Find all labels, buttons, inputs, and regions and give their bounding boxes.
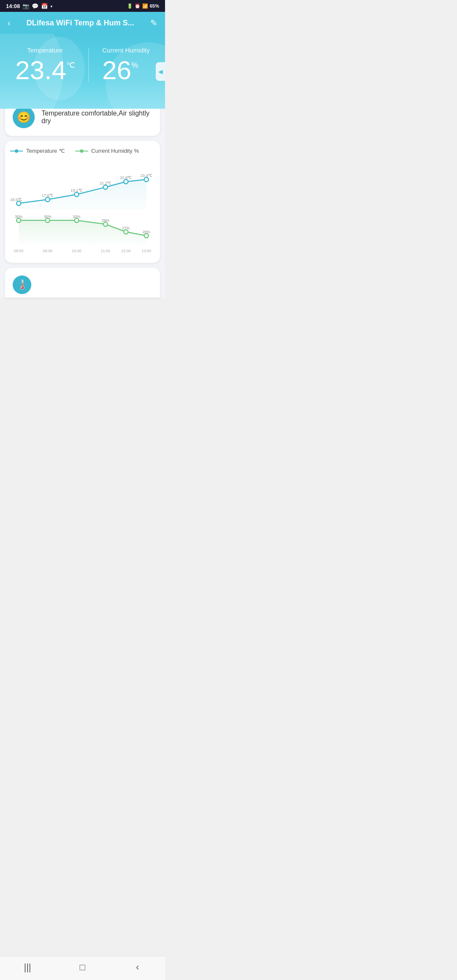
hum-point-0 (17, 218, 21, 223)
hum-point-3 (103, 222, 107, 226)
readings-divider (88, 48, 89, 82)
hum-point-1 (45, 218, 50, 223)
hum-point-5 (144, 234, 149, 238)
hum-point-4 (124, 230, 128, 234)
temperature-block: Temperature 23.4 ℃ (15, 47, 75, 83)
side-panel-button[interactable]: ◀ (156, 62, 165, 81)
chart-legend: Temperature ℃ Current Humidity % (10, 148, 155, 154)
hum-legend-line (75, 151, 88, 151)
temperature-unit: ℃ (66, 61, 75, 69)
temp-legend-label: Temperature ℃ (26, 148, 65, 154)
chart-container: 16.5℃ 17.6℃ 19.1℃ 21.2℃ 22.8℃ 23.4℃ (10, 161, 155, 256)
temperature-label: Temperature (15, 47, 75, 54)
hum-label-3: 29% (102, 218, 109, 223)
status-left: 14:08 📷 💬 📅 • (6, 3, 52, 9)
readings-container: Temperature 23.4 ℃ Current Humidity 26 % (8, 47, 157, 83)
app-header: ‹ DLifesa WiFi Temp & Hum S... ✎ (0, 12, 165, 34)
legend-humidity: Current Humidity % (75, 148, 139, 154)
time-label-1: 09:00 (43, 249, 52, 253)
temp-point-2 (74, 192, 79, 196)
line-chart: 16.5℃ 17.6℃ 19.1℃ 21.2℃ 22.8℃ 23.4℃ (10, 161, 155, 254)
temp-legend-line (10, 151, 23, 151)
chart-card: Temperature ℃ Current Humidity % (5, 141, 160, 263)
temperature-number: 23.4 (15, 57, 66, 83)
time-label-0: 08:00 (14, 249, 24, 253)
temperature-value-display: 23.4 ℃ (15, 57, 75, 83)
alarm-icon: ⏰ (135, 3, 140, 9)
humidity-value-display: 26 % (102, 57, 150, 83)
battery-icon: 🔋 (127, 3, 133, 9)
temp-label-0: 16.5℃ (10, 198, 22, 202)
hum-legend-dot (80, 149, 83, 153)
hum-point-2 (74, 218, 79, 223)
time-label-3: 11:00 (101, 249, 110, 253)
hero-section: Temperature 23.4 ℃ Current Humidity 26 %… (0, 34, 165, 109)
header-title: DLifesa WiFi Temp & Hum S... (27, 19, 135, 28)
legend-temperature: Temperature ℃ (10, 148, 65, 154)
camera-icon: 📷 (22, 3, 29, 9)
temp-label-5: 23.4℃ (140, 173, 152, 178)
time: 14:08 (6, 3, 20, 9)
temp-legend-dot (15, 149, 18, 153)
cards-area: 😊 Temperature comfortable,Air slightly d… (0, 99, 165, 297)
hum-label-1: 30% (44, 215, 51, 219)
time-label-2: 10:00 (72, 249, 82, 253)
hum-legend-label: Current Humidity % (91, 148, 139, 154)
humidity-unit: % (131, 61, 138, 69)
calendar-icon: 📅 (41, 3, 48, 9)
bottom-card-peek: 🌡️ (5, 268, 160, 297)
time-label-4: 12:00 (121, 249, 131, 253)
status-bar: 14:08 📷 💬 📅 • 🔋 ⏰ 📶 65% (0, 0, 165, 12)
temp-label-2: 19.1℃ (71, 188, 83, 193)
status-right: 🔋 ⏰ 📶 65% (127, 3, 159, 9)
temp-label-4: 22.8℃ (120, 176, 132, 180)
hum-label-2: 30% (73, 215, 80, 219)
temp-area (19, 179, 146, 209)
temp-point-0 (17, 201, 21, 206)
battery-percent: 65% (150, 3, 159, 8)
hum-label-0: 30% (15, 215, 22, 219)
temp-point-3 (103, 185, 107, 189)
status-icon: 😊 (13, 106, 35, 128)
humidity-number: 26 (102, 57, 131, 83)
hum-label-4: 27% (122, 226, 130, 230)
status-message: Temperature comfortable,Air slightly dry (41, 110, 152, 125)
peek-card-icon: 🌡️ (13, 275, 31, 294)
temp-label-1: 17.6℃ (42, 193, 54, 198)
humidity-label: Current Humidity (102, 47, 150, 54)
peek-icon-symbol: 🌡️ (17, 279, 28, 290)
smiley-icon: 😊 (17, 111, 30, 124)
temp-label-3: 21.2℃ (100, 181, 112, 185)
time-label-5: 13:00 (142, 249, 151, 253)
back-button[interactable]: ‹ (8, 18, 11, 28)
temp-point-1 (45, 198, 50, 202)
dot-indicator: • (50, 3, 52, 9)
temp-point-5 (144, 177, 149, 182)
edit-button[interactable]: ✎ (150, 18, 157, 28)
temp-point-4 (124, 179, 128, 184)
hum-label-5: 26% (143, 230, 150, 234)
wifi-icon: 📶 (142, 3, 148, 9)
whatsapp-icon: 💬 (32, 3, 39, 9)
humidity-block: Current Humidity 26 % (102, 47, 150, 83)
